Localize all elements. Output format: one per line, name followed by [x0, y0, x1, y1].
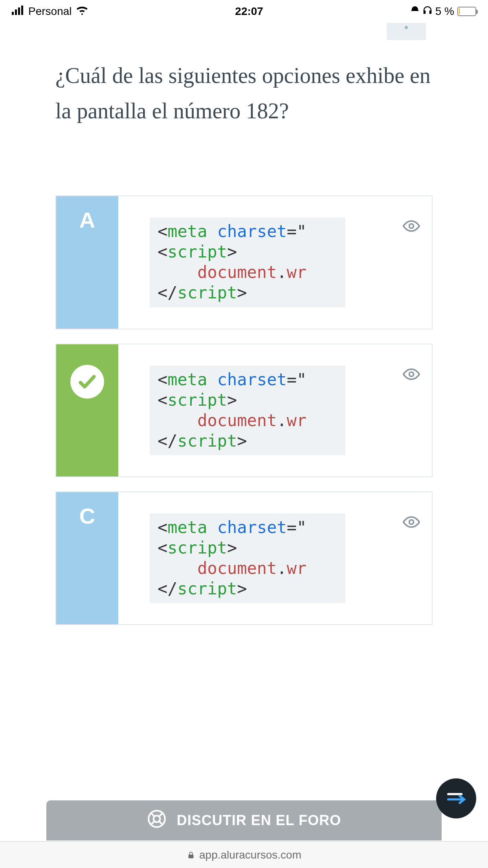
- browser-domain: app.aluracursos.com: [199, 849, 301, 861]
- svg-rect-15: [189, 855, 194, 858]
- browser-address-bar[interactable]: app.aluracursos.com: [0, 841, 488, 868]
- svg-point-6: [409, 520, 414, 524]
- svg-point-8: [153, 815, 160, 822]
- wifi-icon: [76, 5, 88, 18]
- svg-point-4: [409, 224, 414, 228]
- battery-icon: [457, 7, 476, 16]
- next-fab-button[interactable]: [436, 778, 476, 818]
- lifebuoy-icon: [147, 809, 167, 832]
- headphones-icon: [423, 5, 432, 18]
- code-snippet: <meta charset=" <script> document.wr </s…: [150, 366, 345, 455]
- svg-rect-3: [21, 6, 23, 15]
- discuss-forum-button[interactable]: DISCUTIR EN EL FORO: [46, 800, 442, 840]
- carrier-label: Personal: [28, 5, 72, 18]
- svg-point-5: [409, 372, 414, 376]
- svg-line-12: [159, 821, 162, 824]
- clock: 22:07: [235, 5, 263, 18]
- svg-line-11: [151, 821, 154, 824]
- code-snippet: <meta charset=" <script> document.wr </s…: [150, 217, 345, 307]
- svg-line-9: [151, 813, 154, 816]
- answer-option-A[interactable]: A <meta charset=" <script> document.wr <…: [55, 195, 433, 329]
- eye-icon[interactable]: [403, 513, 420, 531]
- status-bar: Personal 22:07 5 %: [0, 0, 488, 23]
- status-left: Personal: [12, 5, 88, 18]
- eye-icon[interactable]: [403, 366, 420, 383]
- code-snippet: <meta charset=" <script> document.wr </s…: [150, 513, 345, 603]
- eye-icon[interactable]: [403, 217, 420, 235]
- option-letter: A: [56, 196, 118, 328]
- battery-percent: 5 %: [435, 5, 454, 18]
- arrow-right-icon: [446, 787, 467, 810]
- option-letter: C: [56, 492, 118, 624]
- answer-option-B[interactable]: <meta charset=" <script> document.wr </s…: [55, 344, 433, 477]
- signal-icon: [12, 5, 24, 18]
- forum-label: DISCUTIR EN EL FORO: [177, 812, 341, 829]
- options-list: A <meta charset=" <script> document.wr <…: [55, 195, 433, 625]
- answer-option-C[interactable]: C <meta charset=" <script> document.wr <…: [55, 491, 433, 625]
- status-right: 5 %: [410, 5, 476, 18]
- svg-rect-1: [15, 9, 17, 15]
- svg-rect-0: [12, 12, 14, 15]
- check-icon: [70, 365, 104, 399]
- lock-icon: [187, 851, 195, 859]
- svg-line-10: [159, 813, 162, 816]
- question-text: ¿Cuál de las siguientes opciones exhibe …: [55, 58, 433, 129]
- option-correct-indicator: [56, 344, 118, 476]
- svg-rect-2: [18, 7, 20, 15]
- progress-chip: [387, 23, 426, 40]
- alarm-icon: [410, 5, 420, 18]
